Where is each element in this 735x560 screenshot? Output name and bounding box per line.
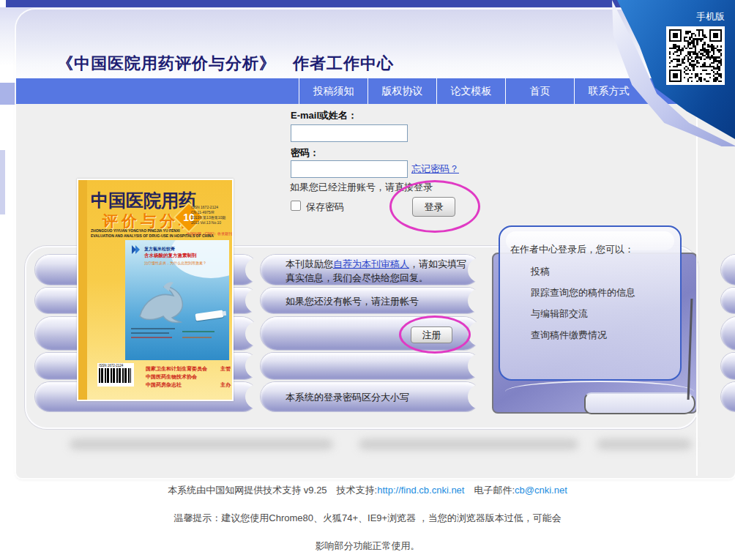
top-bar-notch	[0, 0, 6, 7]
login-highlight-circle	[389, 180, 480, 233]
fine-print-line	[182, 337, 212, 338]
benefits-panel: 在作者中心登录后，您可以： 投稿 跟踪查询您的稿件的信息 与编辑部交流 查询稿件…	[499, 225, 682, 381]
nav-item-copyright[interactable]: 版权协议	[368, 78, 436, 104]
publisher-line2: 中国医药生物技术协会	[146, 373, 231, 381]
journal-cover-spine	[78, 180, 87, 400]
benefits-title: 在作者中心登录后，您可以：	[510, 243, 634, 256]
fine-print-line	[182, 331, 214, 332]
mobile-version-label: 手机版	[696, 10, 725, 23]
advert-line1: 复方氯米松软膏	[144, 246, 175, 253]
ointment-tube	[195, 310, 223, 321]
issn-line: ISSN 1672-2124	[191, 205, 232, 210]
register-highlight-circle	[399, 316, 471, 354]
publisher-block: 主管国家卫生和计划生育委员会 中国医药生物技术协会 主办中国药房杂志社	[146, 365, 231, 389]
footer-email-text: 电子邮件:	[464, 485, 515, 496]
issue-cn-line: 2013年第13卷第10期	[191, 215, 232, 220]
encourage-text: 本刊鼓励您自荐为本刊审稿人，请如实填写 真实信息，我们会尽快给您回复。	[286, 257, 466, 285]
advert-line3: 治疗慢性皮炎，为什么总想到用激素？	[144, 261, 206, 265]
footer-support-text: 本系统由中国知网提供技术支持 v9.25 技术支持:	[168, 485, 377, 496]
shadow-blob-middle	[359, 439, 578, 449]
footer-line3: 影响部分功能正常使用。	[0, 540, 735, 553]
benefit-item-track: 跟踪查询您的稿件的信息	[531, 286, 635, 299]
journal-title-cn: 中国医院用药	[91, 189, 196, 212]
page: 《中国医院用药评价与分析》 作者工作中心 投稿须知 版权协议 论文模板 首页 联…	[0, 0, 735, 560]
save-password-label: 保存密码	[306, 201, 344, 214]
fine-print-line	[131, 337, 172, 338]
footer-line2: 温馨提示：建议您使用Chrome80、火狐74+、IE9+浏览器 ，当您的浏览器…	[0, 512, 735, 525]
advert-line2: 含水杨酸的复方激素制剂	[144, 253, 197, 259]
barcode-issn: ISSN 1672-2124	[99, 364, 133, 367]
forgot-password-link[interactable]: 忘记密码？	[411, 163, 459, 176]
journal-cover-image: 中国医院用药 评价与分析 10 ISSN 1672-2124 CN 11-497…	[77, 179, 234, 401]
journal-cover-front: 中国医院用药 评价与分析 10 ISSN 1672-2124 CN 11-497…	[78, 180, 232, 400]
cn-line: CN 11-4975/R	[191, 210, 232, 215]
issue-en-line: 2013 Vol.13 No.10	[191, 220, 232, 225]
barcode-bars	[99, 368, 131, 383]
benefit-item-fees: 查询稿件缴费情况	[531, 329, 607, 342]
barcode: ISSN 1672-2124	[97, 363, 134, 387]
benefit-item-submit: 投稿	[531, 265, 550, 278]
cover-advert-picture: 复方氯米松软膏 含水杨酸的复方激素制剂 治疗慢性皮炎，为什么总想到用激素？	[125, 240, 229, 360]
email-input[interactable]	[291, 124, 408, 142]
save-password-checkbox[interactable]	[291, 201, 301, 211]
panel-divider-line	[696, 110, 698, 476]
nav-item-paper-template[interactable]: 论文模板	[436, 78, 505, 104]
fine-print-line	[131, 332, 169, 334]
benefit-item-communicate: 与编辑部交流	[531, 307, 588, 321]
footer-support-link[interactable]: http://find.cb.cnki.net	[377, 485, 464, 496]
nav-item-home[interactable]: 首页	[505, 78, 574, 104]
dolphin-icon	[134, 278, 190, 325]
issn-block: ISSN 1672-2124 CN 11-4975/R 2013年第13卷第10…	[191, 205, 232, 225]
nav-items: 投稿须知 版权协议 论文模板 首页 联系方式	[299, 78, 643, 104]
shadow-blob-right	[597, 439, 692, 449]
capsule-row-empty	[261, 353, 480, 379]
footer-email-link[interactable]: cb@cnki.net	[515, 485, 567, 496]
no-account-text: 如果您还没有帐号，请注册帐号	[286, 294, 419, 308]
journal-pinyin: ZHONGGUO YIYUAN YONGYAO PINGJIA YU FENXI…	[91, 228, 214, 239]
advert-logo-icon	[131, 244, 141, 255]
left-lavender-strip	[0, 150, 5, 214]
encourage-pre: 本刊鼓励您	[286, 258, 333, 269]
laptop-base	[584, 392, 695, 414]
wave-swoosh	[171, 240, 229, 278]
password-input[interactable]	[291, 160, 408, 178]
publisher-line3: 主办中国药房杂志社	[146, 381, 231, 389]
footer-line1: 本系统由中国知网提供技术支持 v9.25 技术支持:http://find.cb…	[0, 484, 735, 497]
fine-print-line	[131, 328, 175, 329]
qr-code	[666, 26, 725, 85]
page-title: 《中国医院用药评价与分析》 作者工作中心	[57, 53, 394, 75]
encourage-line2: 真实信息，我们会尽快给您回复。	[286, 272, 428, 283]
self-recommend-reviewer-link[interactable]: 自荐为本刊审稿人	[333, 258, 409, 269]
encourage-post: ，请如实填写	[409, 258, 466, 269]
password-label: 密码：	[291, 146, 319, 160]
nav-item-submission-guide[interactable]: 投稿须知	[299, 78, 368, 104]
case-sensitive-text: 本系统的登录密码区分大小写	[286, 390, 409, 404]
shadow-blob-left	[70, 439, 333, 449]
publisher-line1: 主管国家卫生和计划生育委员会	[146, 365, 231, 373]
email-label: E-mail或姓名：	[291, 109, 357, 122]
